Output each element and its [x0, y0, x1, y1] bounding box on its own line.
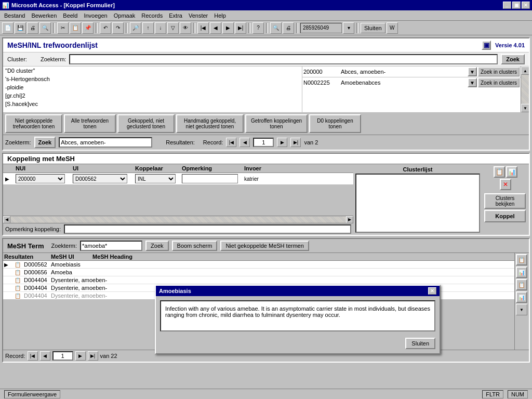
table-row[interactable]: 📋 D004404 Dysenterie, amoeben-	[3, 276, 514, 284]
mesh-rec-prev[interactable]: ◀	[40, 351, 50, 361]
koppel-btn[interactable]: Koppel	[484, 210, 526, 222]
dropdown-btn[interactable]: ▾	[343, 22, 354, 34]
clusters-bekijken-btn[interactable]: Clusters bekijken	[484, 193, 526, 209]
print-btn[interactable]: 🖨	[27, 22, 38, 34]
undo-btn[interactable]: ↶	[100, 22, 111, 34]
list-item-3[interactable]: [gr.chi]2	[3, 91, 302, 100]
print2-btn[interactable]: 🖨	[283, 22, 294, 34]
menu-venster[interactable]: Venster	[185, 11, 211, 20]
scroll-down[interactable]: ▼	[521, 104, 529, 112]
w-btn[interactable]: W	[387, 22, 398, 34]
nav-prev[interactable]: ◀	[210, 22, 221, 34]
mesh-term-zoek-btn[interactable]: Zoek	[145, 241, 168, 251]
rec-next[interactable]: ▶	[277, 138, 287, 147]
d0-koppeling-btn[interactable]: D0 koppelingen tonen	[309, 114, 361, 133]
help-btn[interactable]: ?	[252, 22, 264, 34]
popup-sluiten-button[interactable]: Sluiten	[405, 338, 435, 349]
mesh-rec-next[interactable]: ▶	[75, 351, 86, 361]
down-arrow-1[interactable]: ▼	[468, 78, 477, 87]
menu-records[interactable]: Records	[138, 11, 166, 20]
alle-trefwoorden-btn[interactable]: Alle trefwoorden tonen	[64, 114, 116, 133]
mesh-panel-icon[interactable]: ▣	[482, 41, 491, 50]
sluiten-toolbar-button[interactable]: Sluiten	[361, 23, 385, 33]
mesh-record-input[interactable]	[52, 351, 73, 361]
mesh-scroll-down[interactable]: ▼	[516, 304, 527, 315]
getroffen-btn[interactable]: Getroffen koppelingen tonen	[245, 114, 308, 133]
filter-btn[interactable]: ▽	[167, 22, 179, 34]
copy-btn[interactable]: 📋	[70, 22, 81, 34]
table-row[interactable]: ▶ 📋 D000562 Amoebiasis	[3, 261, 514, 269]
table-row[interactable]: 📋 D000656 Amoeba	[3, 269, 514, 276]
zoek-clusters-btn-1[interactable]: Zoek in clusters	[478, 78, 520, 87]
nav-first[interactable]: |◀	[197, 22, 209, 34]
scroll-up[interactable]: ▲	[521, 66, 529, 75]
zoek-bottom-btn[interactable]: Zoek	[34, 137, 56, 148]
restore-button[interactable]: ▣	[512, 2, 521, 9]
nav-last[interactable]: ▶|	[235, 22, 246, 34]
menu-opmaak[interactable]: Opmaak	[111, 11, 139, 20]
zoekterm-bottom-input[interactable]	[59, 137, 152, 148]
separator-5	[248, 23, 250, 33]
koppeling-icon-1[interactable]: 📋	[494, 166, 505, 178]
list-item-2[interactable]: -ploidie	[3, 83, 302, 91]
list-item-4[interactable]: [S.hacek]vec	[3, 100, 302, 108]
mesh-icon-4[interactable]: 📊	[516, 291, 527, 303]
popup-close-icon[interactable]: ✕	[428, 287, 436, 295]
menu-bewerken[interactable]: Bewerken	[28, 11, 60, 20]
rec-last[interactable]: ▶|	[290, 138, 301, 147]
opmerking-koppeling-input[interactable]	[64, 224, 351, 234]
find-btn[interactable]: 🔎	[130, 22, 141, 34]
down-arrow-0[interactable]: ▼	[468, 67, 477, 76]
zoek-clusters-btn-0[interactable]: Zoek in clusters	[478, 67, 520, 76]
menu-help[interactable]: Help	[211, 11, 229, 20]
gekoppeld-niet-btn[interactable]: Gekoppeld, niet geclusterd tonen	[117, 114, 175, 133]
koppeling-icon-2[interactable]: 📊	[506, 166, 517, 178]
mesh-icon-2[interactable]: 📊	[516, 267, 527, 278]
menu-invoegen[interactable]: Invoegen	[81, 11, 110, 20]
sort-desc-btn[interactable]: ↓	[155, 22, 166, 34]
zoek-top-button[interactable]: Zoek	[501, 54, 525, 64]
sort-asc-btn[interactable]: ↑	[142, 22, 154, 34]
zoekterm-top-input[interactable]	[69, 54, 498, 64]
nav-number-input[interactable]	[300, 23, 342, 33]
menu-bestand[interactable]: Bestand	[1, 11, 28, 20]
rec-first[interactable]: |◀	[226, 138, 236, 147]
zoom-btn[interactable]: 🔍	[270, 22, 282, 34]
list-item-0[interactable]: "D0 cluster"	[3, 66, 302, 75]
menu-extra[interactable]: Extra	[166, 11, 185, 20]
niet-gekoppelde-mesh-btn[interactable]: Niet gekoppelde MeSH termen	[220, 241, 309, 251]
minimize-button[interactable]: _	[503, 2, 511, 9]
mesh-icon-1[interactable]: 📋	[516, 254, 527, 265]
separator-6	[266, 23, 268, 33]
paste-btn[interactable]: 📌	[82, 22, 94, 34]
separator-7	[296, 23, 298, 33]
new-btn[interactable]: 📄	[2, 22, 14, 34]
niet-gekoppelde-btn[interactable]: Niet gekoppelde trefwoorden tonen	[5, 114, 62, 133]
redo-btn[interactable]: ↷	[112, 22, 124, 34]
mesh-rec-first[interactable]: |◀	[28, 351, 38, 361]
mesh-icon-3[interactable]: 📋	[516, 279, 527, 290]
handmatig-btn[interactable]: Handmatig gekoppeld, niet geclusterd ton…	[176, 114, 244, 133]
mesh-rec-last[interactable]: ▶|	[88, 351, 98, 361]
nui-select[interactable]: 200000	[16, 174, 65, 183]
koppelaar-select[interactable]: INL	[135, 174, 176, 183]
koppeling-icon-x[interactable]: ✕	[500, 179, 511, 190]
opmerking-input[interactable]	[182, 174, 238, 183]
menu-beeld[interactable]: Beeld	[60, 11, 81, 20]
menu-bar: Bestand Bewerken Beeld Invoegen Opmaak R…	[0, 10, 532, 21]
mesh-term-zoekterm-input[interactable]	[80, 241, 142, 251]
binoculars-btn[interactable]: 👁	[180, 22, 191, 34]
scroll-left[interactable]: ◀	[3, 216, 10, 223]
record-input[interactable]	[253, 138, 274, 147]
save-btn[interactable]: 💾	[15, 22, 26, 34]
close-button[interactable]: ✕	[522, 2, 530, 9]
scroll-right[interactable]: ▶	[346, 216, 353, 223]
ui-select[interactable]: D000562	[73, 174, 127, 183]
col-koppelaar-header: Koppelaar	[135, 165, 182, 171]
nav-next[interactable]: ▶	[222, 22, 234, 34]
rec-prev[interactable]: ◀	[240, 138, 250, 147]
boom-scherm-btn[interactable]: Boom scherm	[172, 241, 218, 251]
list-item-1[interactable]: 's-Hertogenbosch	[3, 75, 302, 83]
preview-btn[interactable]: 🔍	[39, 22, 51, 34]
cut-btn[interactable]: ✂	[57, 22, 69, 34]
